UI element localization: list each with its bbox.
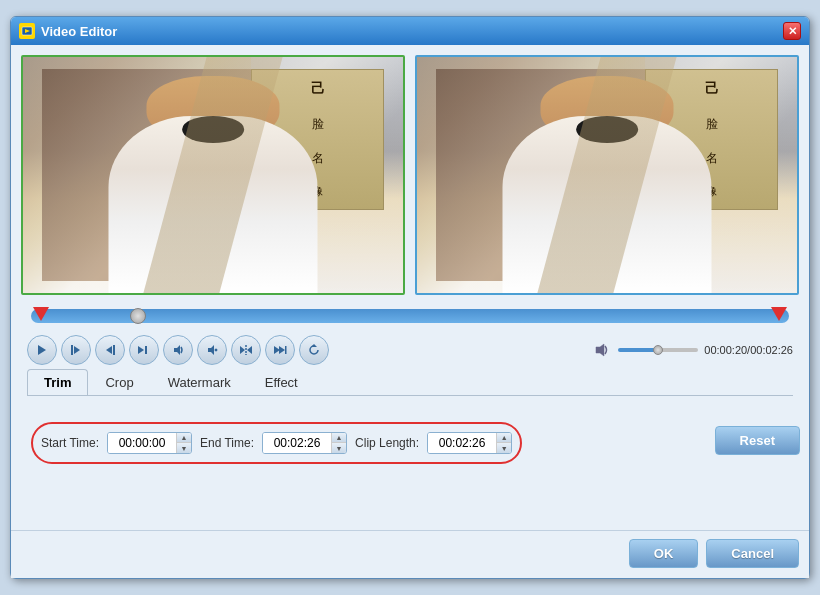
start-time-label: Start Time: <box>41 436 99 450</box>
main-area: 己 脸 名 像 <box>11 45 809 578</box>
video-bg-left: 己 脸 名 像 <box>23 57 403 293</box>
vol-down-button[interactable] <box>197 335 227 365</box>
end-time-up[interactable]: ▲ <box>332 433 346 443</box>
svg-marker-13 <box>247 346 252 354</box>
tab-effect[interactable]: Effect <box>248 369 315 395</box>
svg-rect-3 <box>71 345 73 355</box>
clip-length-up[interactable]: ▲ <box>497 433 511 443</box>
svg-marker-15 <box>279 346 285 354</box>
reset-arrow-button[interactable] <box>299 335 329 365</box>
start-marker[interactable] <box>33 307 49 321</box>
end-time-spinners: ▲ ▼ <box>331 433 346 453</box>
vol-up-button[interactable] <box>163 335 193 365</box>
preview-right: 己 脸 名 像 <box>415 55 799 295</box>
tab-trim[interactable]: Trim <box>27 369 88 395</box>
video-editor-window: Video Editor ✕ 己 脸 名 <box>10 16 810 579</box>
end-time-input-wrap: ▲ ▼ <box>262 432 347 454</box>
titlebar: Video Editor ✕ <box>11 17 809 45</box>
tab-crop[interactable]: Crop <box>88 369 150 395</box>
cancel-button[interactable]: Cancel <box>706 539 799 568</box>
flip-h-button[interactable] <box>231 335 261 365</box>
trim-controls: Start Time: ▲ ▼ End Time: ▲ <box>31 422 522 464</box>
volume-slider[interactable] <box>618 348 698 352</box>
mark-out-button[interactable] <box>95 335 125 365</box>
svg-marker-17 <box>311 344 317 347</box>
play-button[interactable] <box>27 335 57 365</box>
svg-marker-7 <box>138 346 144 354</box>
svg-marker-11 <box>240 346 245 354</box>
volume-section: 00:00:20/00:02:26 <box>594 342 793 358</box>
time-display: 00:00:20/00:02:26 <box>704 344 793 356</box>
end-marker[interactable] <box>771 307 787 321</box>
close-button[interactable]: ✕ <box>783 22 801 40</box>
start-time-input[interactable] <box>108 433 176 453</box>
start-time-up[interactable]: ▲ <box>177 433 191 443</box>
window-title: Video Editor <box>41 24 117 39</box>
app-icon <box>19 23 35 39</box>
clip-length-input[interactable] <box>428 433 496 453</box>
svg-marker-2 <box>38 345 46 355</box>
ok-button[interactable]: OK <box>629 539 699 568</box>
reset-area: Reset <box>715 426 800 455</box>
start-time-spinners: ▲ ▼ <box>176 433 191 453</box>
volume-icon <box>594 342 612 358</box>
tabs-row: Trim Crop Watermark Effect <box>27 369 793 396</box>
reset-button[interactable]: Reset <box>715 426 800 455</box>
svg-marker-4 <box>74 346 80 354</box>
tab-content-trim: Start Time: ▲ ▼ End Time: ▲ <box>21 396 799 516</box>
clip-length-spinners: ▲ ▼ <box>496 433 511 453</box>
end-time-input[interactable] <box>263 433 331 453</box>
svg-rect-16 <box>285 346 287 354</box>
svg-rect-5 <box>113 345 115 355</box>
start-time-down[interactable]: ▼ <box>177 443 191 453</box>
video-bg-right: 己 脸 名 像 <box>417 57 797 293</box>
svg-marker-6 <box>106 346 112 354</box>
titlebar-left: Video Editor <box>19 23 117 39</box>
timeline-section <box>21 303 799 331</box>
next-frame-button[interactable] <box>129 335 159 365</box>
content-area: 己 脸 名 像 <box>11 45 809 526</box>
tab-watermark[interactable]: Watermark <box>151 369 248 395</box>
clip-length-down[interactable]: ▼ <box>497 443 511 453</box>
preview-left: 己 脸 名 像 <box>21 55 405 295</box>
controls-row: 00:00:20/00:02:26 <box>21 331 799 369</box>
clip-length-label: Clip Length: <box>355 436 419 450</box>
bottom-buttons: OK Cancel <box>11 530 809 578</box>
end-time-down[interactable]: ▼ <box>332 443 346 453</box>
timeline-track[interactable] <box>31 309 789 323</box>
clip-length-input-wrap: ▲ ▼ <box>427 432 512 454</box>
start-time-input-wrap: ▲ ▼ <box>107 432 192 454</box>
end-time-label: End Time: <box>200 436 254 450</box>
svg-rect-8 <box>145 346 147 354</box>
skip-end-button[interactable] <box>265 335 295 365</box>
timeline-thumb[interactable] <box>130 308 146 324</box>
preview-row: 己 脸 名 像 <box>21 55 799 295</box>
mark-in-button[interactable] <box>61 335 91 365</box>
